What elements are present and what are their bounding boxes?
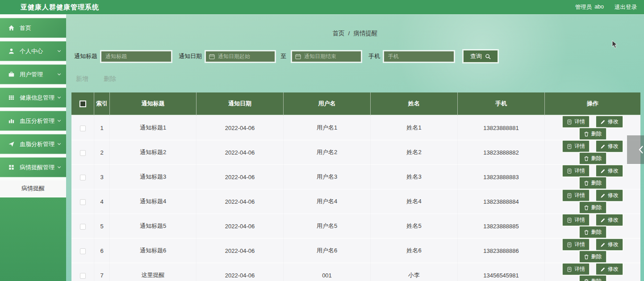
sidebar-filler: [0, 197, 66, 281]
column-header-date: 通知日期: [197, 92, 284, 116]
edit-button-label: 修改: [608, 241, 619, 248]
edit-button[interactable]: 修改: [596, 165, 623, 177]
detail-button[interactable]: 详情: [562, 263, 590, 275]
sidebar-item-user-management[interactable]: 用户管理: [0, 64, 66, 84]
cell-username: 001: [284, 263, 371, 281]
cell-actions: 详情 修改 删除: [545, 140, 640, 165]
detail-button[interactable]: 详情: [562, 140, 590, 152]
cell-date: 2022-04-06: [197, 140, 284, 165]
cell-title: 通知标题2: [110, 140, 197, 165]
table-row: 3 通知标题3 2022-04-06 用户名3 姓名3 13823888883 …: [71, 165, 640, 189]
chevron-down-icon: [57, 118, 62, 123]
delete-button-label: 删除: [591, 277, 602, 281]
cell-actions: 详情 修改 删除: [545, 189, 640, 214]
delete-button-label: 删除: [591, 204, 602, 211]
edit-button[interactable]: 修改: [596, 189, 623, 201]
add-button[interactable]: 新增: [76, 75, 88, 83]
cell-select: [71, 116, 94, 140]
sidebar: 首页 个人中心 用户管理 健康信息管理 血压分析管理 血脂分析管理: [0, 14, 66, 281]
sidebar-subitem-condition-reminder[interactable]: 病情提醒: [0, 180, 66, 197]
table-row: 5 通知标题5 2022-04-06 用户名5 姓名5 13823888885 …: [71, 214, 640, 239]
cell-phone: 13456545981: [458, 263, 545, 281]
search-button-label: 查询: [470, 52, 482, 60]
row-checkbox[interactable]: [80, 126, 86, 131]
detail-button[interactable]: 详情: [562, 239, 590, 251]
edit-button[interactable]: 修改: [596, 140, 623, 152]
cell-index: 4: [94, 189, 110, 214]
row-checkbox[interactable]: [80, 175, 86, 180]
title-filter-label: 通知标题: [74, 52, 97, 60]
date-start-input[interactable]: [205, 51, 275, 62]
delete-button-label: 删除: [591, 228, 602, 236]
table-toolbar: 新增 删除: [76, 75, 116, 83]
sidebar-item-label: 健康信息管理: [20, 94, 54, 102]
chevron-down-icon: [57, 72, 62, 77]
delete-button[interactable]: 删除: [579, 275, 606, 281]
cell-title: 通知标题1: [110, 116, 197, 140]
delete-button[interactable]: 删除: [579, 226, 606, 238]
detail-button[interactable]: 详情: [562, 214, 590, 226]
delete-button[interactable]: 删除: [579, 128, 606, 140]
detail-button[interactable]: 详情: [562, 189, 590, 201]
cell-date: 2022-04-06: [197, 116, 284, 140]
select-all-checkbox[interactable]: [79, 101, 86, 107]
logout-link[interactable]: 退出登录: [615, 4, 637, 11]
edit-button[interactable]: 修改: [596, 116, 623, 128]
trash-icon: [584, 230, 589, 235]
date-end-field[interactable]: [304, 53, 358, 59]
detail-button[interactable]: 详情: [562, 116, 590, 128]
sidebar-item-blood-pressure-management[interactable]: 血压分析管理: [0, 111, 66, 131]
sidebar-item-condition-reminder-management[interactable]: 病情提醒管理: [0, 157, 66, 177]
breadcrumb-separator: /: [348, 30, 350, 37]
calendar-icon: [295, 54, 301, 59]
row-checkbox[interactable]: [80, 273, 86, 279]
delete-button[interactable]: 删除: [579, 201, 606, 214]
sidebar-item-health-info-management[interactable]: 健康信息管理: [0, 88, 66, 108]
detail-button-label: 详情: [574, 143, 585, 150]
row-checkbox[interactable]: [80, 150, 86, 156]
cell-phone: 13823888884: [458, 189, 545, 214]
title-filter-input[interactable]: [101, 51, 171, 62]
edit-button-label: 修改: [608, 265, 619, 273]
cell-name: 姓名4: [371, 189, 458, 214]
delete-button[interactable]: 删除: [579, 251, 606, 263]
cell-select: [71, 165, 94, 189]
page: 亚健康人群健康管理系统 管理员 abo 退出登录 首页 个人中心 用户管理 健康…: [0, 0, 644, 281]
table-container: 索引 通知标题 通知日期 用户名 姓名 手机 操作 1 通知标题1 2022-0…: [71, 92, 640, 281]
breadcrumb-home[interactable]: 首页: [333, 30, 345, 37]
breadcrumb-current: 病情提醒: [353, 30, 377, 37]
cell-name: 小李: [371, 263, 458, 281]
grid-icon: [8, 94, 15, 101]
delete-button[interactable]: 删除: [579, 152, 606, 164]
edit-button[interactable]: 修改: [596, 239, 623, 251]
delete-button[interactable]: 删除: [579, 177, 606, 189]
row-checkbox[interactable]: [80, 224, 86, 230]
sidebar-item-home[interactable]: 首页: [0, 18, 66, 38]
user-name: abo: [594, 4, 604, 11]
bulk-delete-button[interactable]: 删除: [104, 75, 116, 83]
delete-button-label: 删除: [591, 130, 602, 138]
user-role: 管理员: [575, 4, 592, 11]
document-icon: [567, 267, 572, 272]
edit-button-label: 修改: [608, 167, 619, 175]
cell-index: 7: [94, 263, 110, 281]
sidebar-item-personal-center[interactable]: 个人中心: [0, 41, 66, 61]
edit-button[interactable]: 修改: [596, 214, 623, 226]
edit-button-label: 修改: [608, 216, 619, 224]
cell-actions: 详情 修改 删除: [545, 214, 640, 239]
date-start-field[interactable]: [218, 53, 272, 59]
row-checkbox[interactable]: [80, 248, 86, 254]
cell-name: 姓名6: [371, 239, 458, 263]
table-body: 1 通知标题1 2022-04-06 用户名1 姓名1 13823888881 …: [71, 116, 640, 281]
row-checkbox[interactable]: [80, 199, 86, 205]
cell-phone: 13823888881: [458, 116, 545, 140]
cell-username: 用户名4: [284, 189, 371, 214]
edit-button[interactable]: 修改: [596, 263, 623, 275]
date-end-input[interactable]: [292, 51, 361, 62]
phone-filter-input[interactable]: [384, 51, 454, 62]
detail-button[interactable]: 详情: [562, 165, 590, 177]
cell-title: 这里提醒: [110, 263, 197, 281]
drawer-toggle[interactable]: [627, 135, 644, 164]
sidebar-item-blood-lipid-management[interactable]: 血脂分析管理: [0, 134, 66, 154]
search-button[interactable]: 查询: [463, 50, 498, 63]
